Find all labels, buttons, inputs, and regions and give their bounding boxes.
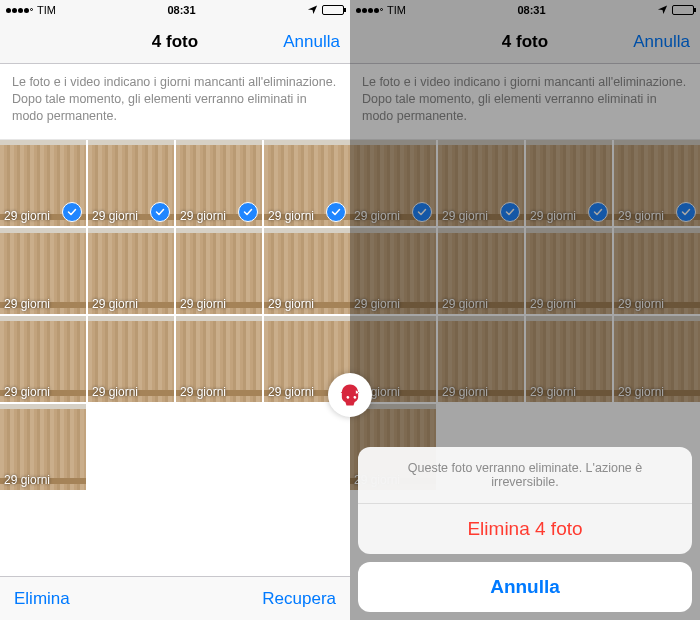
days-label: 29 giorni: [268, 385, 314, 399]
photo-thumbnail[interactable]: 29 giorni: [88, 316, 174, 402]
nav-bar: 4 foto Annulla: [0, 20, 350, 64]
days-label: 29 giorni: [180, 209, 226, 223]
days-label: 29 giorni: [4, 297, 50, 311]
days-label: 29 giorni: [354, 297, 400, 311]
info-text: Le foto e i video indicano i giorni manc…: [350, 64, 700, 140]
days-label: 29 giorni: [530, 385, 576, 399]
phone-right: TIM 08:31 4 foto Annulla Le foto e i vid…: [350, 0, 700, 620]
nav-title: 4 foto: [152, 32, 198, 52]
days-label: 29 giorni: [268, 209, 314, 223]
photo-thumbnail[interactable]: 29 giorni: [88, 140, 174, 226]
carrier-label: TIM: [387, 4, 406, 16]
photo-thumbnail[interactable]: 29 giorni: [614, 228, 700, 314]
photo-thumbnail[interactable]: 29 giorni: [0, 140, 86, 226]
watermark-helmet-icon: [328, 373, 372, 417]
carrier-label: TIM: [37, 4, 56, 16]
days-label: 29 giorni: [442, 209, 488, 223]
selected-check-icon: [62, 202, 82, 222]
delete-button[interactable]: Elimina: [14, 589, 70, 609]
selected-check-icon: [150, 202, 170, 222]
photo-thumbnail[interactable]: 29 giorni: [438, 228, 524, 314]
days-label: 29 giorni: [4, 385, 50, 399]
days-label: 29 giorni: [618, 385, 664, 399]
photo-thumbnail[interactable]: 29 giorni: [614, 140, 700, 226]
selected-check-icon: [238, 202, 258, 222]
photo-thumbnail[interactable]: 29 giorni: [176, 140, 262, 226]
photo-thumbnail[interactable]: 29 giorni: [438, 140, 524, 226]
photo-thumbnail[interactable]: 29 giorni: [350, 228, 436, 314]
photo-thumbnail[interactable]: 29 giorni: [0, 404, 86, 490]
nav-bar: 4 foto Annulla: [350, 20, 700, 64]
selected-check-icon: [326, 202, 346, 222]
selected-check-icon: [412, 202, 432, 222]
photo-thumbnail[interactable]: 29 giorni: [264, 140, 350, 226]
sheet-cancel-button[interactable]: Annulla: [358, 562, 692, 612]
status-bar: TIM 08:31: [350, 0, 700, 20]
info-text: Le foto e i video indicano i giorni manc…: [0, 64, 350, 140]
status-bar: TIM 08:31: [0, 0, 350, 20]
days-label: 29 giorni: [4, 209, 50, 223]
toolbar: Elimina Recupera: [0, 576, 350, 620]
cancel-button[interactable]: Annulla: [283, 32, 340, 52]
signal-dots-icon: [356, 8, 383, 13]
days-label: 29 giorni: [354, 209, 400, 223]
photo-thumbnail[interactable]: 29 giorni: [88, 228, 174, 314]
photo-thumbnail[interactable]: 29 giorni: [176, 228, 262, 314]
selected-check-icon: [588, 202, 608, 222]
photo-thumbnail[interactable]: 29 giorni: [264, 228, 350, 314]
phone-left: TIM 08:31 4 foto Annulla Le foto e i vid…: [0, 0, 350, 620]
recover-button[interactable]: Recupera: [262, 589, 336, 609]
photo-thumbnail[interactable]: 29 giorni: [0, 228, 86, 314]
signal-dots-icon: [6, 8, 33, 13]
days-label: 29 giorni: [92, 297, 138, 311]
photo-thumbnail[interactable]: 29 giorni: [176, 316, 262, 402]
photo-thumbnail[interactable]: 29 giorni: [614, 316, 700, 402]
photo-thumbnail[interactable]: 29 giorni: [0, 316, 86, 402]
action-sheet: Queste foto verranno eliminate. L'azione…: [358, 447, 692, 612]
selected-check-icon: [500, 202, 520, 222]
battery-icon: [322, 5, 344, 15]
days-label: 29 giorni: [618, 209, 664, 223]
photo-thumbnail[interactable]: 29 giorni: [526, 316, 612, 402]
location-icon: [307, 4, 318, 17]
days-label: 29 giorni: [180, 385, 226, 399]
photo-thumbnail[interactable]: 29 giorni: [438, 316, 524, 402]
clock-label: 08:31: [167, 4, 195, 16]
days-label: 29 giorni: [618, 297, 664, 311]
selected-check-icon: [676, 202, 696, 222]
days-label: 29 giorni: [180, 297, 226, 311]
photo-grid: 29 giorni29 giorni29 giorni29 giorni29 g…: [350, 140, 700, 490]
photo-grid: 29 giorni29 giorni29 giorni29 giorni29 g…: [0, 140, 350, 490]
photo-thumbnail[interactable]: 29 giorni: [350, 140, 436, 226]
photo-thumbnail[interactable]: 29 giorni: [526, 228, 612, 314]
cancel-button[interactable]: Annulla: [633, 32, 690, 52]
days-label: 29 giorni: [530, 209, 576, 223]
sheet-delete-button[interactable]: Elimina 4 foto: [358, 504, 692, 554]
battery-icon: [672, 5, 694, 15]
days-label: 29 giorni: [4, 473, 50, 487]
days-label: 29 giorni: [92, 385, 138, 399]
nav-title: 4 foto: [502, 32, 548, 52]
days-label: 29 giorni: [442, 297, 488, 311]
days-label: 29 giorni: [92, 209, 138, 223]
photo-thumbnail[interactable]: 29 giorni: [526, 140, 612, 226]
clock-label: 08:31: [517, 4, 545, 16]
days-label: 29 giorni: [442, 385, 488, 399]
sheet-message: Queste foto verranno eliminate. L'azione…: [358, 447, 692, 504]
days-label: 29 giorni: [268, 297, 314, 311]
days-label: 29 giorni: [530, 297, 576, 311]
location-icon: [657, 4, 668, 17]
